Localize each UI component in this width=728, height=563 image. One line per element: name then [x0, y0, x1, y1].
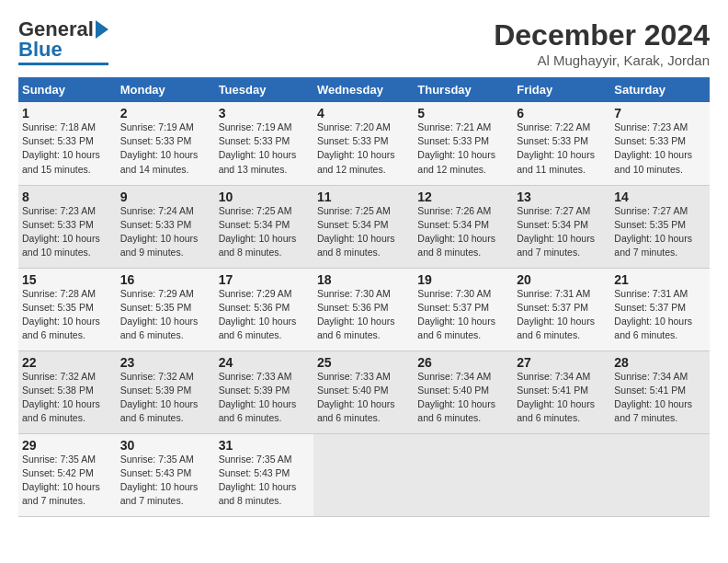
calendar-cell: 12Sunrise: 7:26 AM Sunset: 5:34 PM Dayli…	[414, 185, 513, 268]
location: Al Mughayyir, Karak, Jordan	[494, 52, 710, 68]
calendar-cell: 21Sunrise: 7:31 AM Sunset: 5:37 PM Dayli…	[610, 268, 710, 350]
day-number: 30	[120, 438, 211, 453]
calendar-cell: 28Sunrise: 7:34 AM Sunset: 5:41 PM Dayli…	[610, 350, 710, 433]
calendar-cell: 2Sunrise: 7:19 AM Sunset: 5:33 PM Daylig…	[117, 102, 215, 185]
day-number: 11	[317, 190, 410, 204]
day-info: Sunrise: 7:32 AM Sunset: 5:39 PM Dayligh…	[120, 371, 199, 424]
day-info: Sunrise: 7:19 AM Sunset: 5:33 PM Dayligh…	[219, 121, 297, 175]
day-number: 16	[120, 272, 211, 287]
calendar-cell: 18Sunrise: 7:30 AM Sunset: 5:36 PM Dayli…	[313, 268, 414, 350]
day-info: Sunrise: 7:23 AM Sunset: 5:33 PM Dayligh…	[22, 205, 100, 259]
calendar-cell: 4Sunrise: 7:20 AM Sunset: 5:33 PM Daylig…	[313, 102, 414, 185]
header-day-tuesday: Tuesday	[215, 77, 313, 102]
header-row: SundayMondayTuesdayWednesdayThursdayFrid…	[18, 77, 710, 102]
day-info: Sunrise: 7:33 AM Sunset: 5:39 PM Dayligh…	[219, 371, 297, 424]
calendar-cell: 15Sunrise: 7:28 AM Sunset: 5:35 PM Dayli…	[18, 268, 117, 350]
day-number: 21	[614, 272, 706, 287]
calendar-cell: 9Sunrise: 7:24 AM Sunset: 5:33 PM Daylig…	[117, 185, 215, 268]
header-day-monday: Monday	[117, 77, 215, 102]
day-number: 7	[614, 106, 706, 121]
calendar-table: SundayMondayTuesdayWednesdayThursdayFrid…	[18, 77, 710, 517]
day-info: Sunrise: 7:26 AM Sunset: 5:34 PM Dayligh…	[417, 205, 495, 259]
day-number: 15	[22, 272, 113, 287]
day-number: 28	[614, 355, 706, 370]
day-info: Sunrise: 7:30 AM Sunset: 5:36 PM Dayligh…	[317, 288, 395, 341]
calendar-cell	[610, 433, 710, 516]
day-info: Sunrise: 7:29 AM Sunset: 5:35 PM Dayligh…	[120, 288, 199, 341]
day-number: 6	[517, 106, 607, 121]
day-info: Sunrise: 7:28 AM Sunset: 5:35 PM Dayligh…	[22, 288, 100, 341]
calendar-cell: 1Sunrise: 7:18 AM Sunset: 5:33 PM Daylig…	[18, 102, 117, 185]
calendar-cell: 16Sunrise: 7:29 AM Sunset: 5:35 PM Dayli…	[117, 268, 215, 350]
day-number: 29	[22, 438, 113, 453]
day-info: Sunrise: 7:32 AM Sunset: 5:38 PM Dayligh…	[22, 371, 100, 424]
day-info: Sunrise: 7:27 AM Sunset: 5:34 PM Dayligh…	[517, 205, 595, 259]
week-row-3: 15Sunrise: 7:28 AM Sunset: 5:35 PM Dayli…	[18, 268, 710, 350]
day-info: Sunrise: 7:19 AM Sunset: 5:33 PM Dayligh…	[120, 121, 199, 175]
header-day-wednesday: Wednesday	[313, 77, 414, 102]
day-number: 20	[517, 272, 607, 287]
day-number: 18	[317, 272, 410, 287]
calendar-cell: 31Sunrise: 7:35 AM Sunset: 5:43 PM Dayli…	[215, 433, 313, 516]
day-info: Sunrise: 7:30 AM Sunset: 5:37 PM Dayligh…	[417, 288, 495, 341]
calendar-cell: 25Sunrise: 7:33 AM Sunset: 5:40 PM Dayli…	[313, 350, 414, 433]
day-info: Sunrise: 7:23 AM Sunset: 5:33 PM Dayligh…	[614, 121, 692, 175]
day-number: 31	[219, 438, 310, 453]
calendar-cell: 7Sunrise: 7:23 AM Sunset: 5:33 PM Daylig…	[610, 102, 710, 185]
calendar-cell: 22Sunrise: 7:32 AM Sunset: 5:38 PM Dayli…	[18, 350, 117, 433]
week-row-1: 1Sunrise: 7:18 AM Sunset: 5:33 PM Daylig…	[18, 102, 710, 185]
day-number: 14	[614, 190, 706, 204]
logo-underline	[18, 63, 108, 65]
day-info: Sunrise: 7:34 AM Sunset: 5:41 PM Dayligh…	[517, 371, 595, 424]
day-number: 3	[219, 106, 310, 121]
calendar-cell: 8Sunrise: 7:23 AM Sunset: 5:33 PM Daylig…	[18, 185, 117, 268]
day-info: Sunrise: 7:21 AM Sunset: 5:33 PM Dayligh…	[417, 121, 495, 175]
calendar-cell: 19Sunrise: 7:30 AM Sunset: 5:37 PM Dayli…	[414, 268, 513, 350]
day-info: Sunrise: 7:29 AM Sunset: 5:36 PM Dayligh…	[219, 288, 297, 341]
calendar-cell: 14Sunrise: 7:27 AM Sunset: 5:35 PM Dayli…	[610, 185, 710, 268]
day-info: Sunrise: 7:27 AM Sunset: 5:35 PM Dayligh…	[614, 205, 692, 259]
day-info: Sunrise: 7:31 AM Sunset: 5:37 PM Dayligh…	[517, 288, 595, 341]
day-number: 23	[120, 355, 211, 370]
calendar-cell: 23Sunrise: 7:32 AM Sunset: 5:39 PM Dayli…	[117, 350, 215, 433]
calendar-cell: 27Sunrise: 7:34 AM Sunset: 5:41 PM Dayli…	[513, 350, 610, 433]
week-row-5: 29Sunrise: 7:35 AM Sunset: 5:42 PM Dayli…	[18, 433, 710, 516]
day-info: Sunrise: 7:35 AM Sunset: 5:43 PM Dayligh…	[219, 454, 297, 507]
header-day-saturday: Saturday	[610, 77, 710, 102]
day-number: 17	[219, 272, 310, 287]
day-number: 1	[22, 106, 113, 121]
day-number: 13	[517, 190, 607, 204]
calendar-cell	[513, 433, 610, 516]
day-info: Sunrise: 7:35 AM Sunset: 5:43 PM Dayligh…	[120, 454, 199, 507]
calendar-cell: 30Sunrise: 7:35 AM Sunset: 5:43 PM Dayli…	[117, 433, 215, 516]
week-row-4: 22Sunrise: 7:32 AM Sunset: 5:38 PM Dayli…	[18, 350, 710, 433]
day-info: Sunrise: 7:34 AM Sunset: 5:41 PM Dayligh…	[614, 371, 692, 424]
day-info: Sunrise: 7:20 AM Sunset: 5:33 PM Dayligh…	[317, 121, 395, 175]
page-header: General Blue December 2024 Al Mughayyir,…	[18, 18, 710, 68]
header-day-friday: Friday	[513, 77, 610, 102]
month-title: December 2024	[494, 18, 710, 52]
header-day-sunday: Sunday	[18, 77, 117, 102]
header-day-thursday: Thursday	[414, 77, 513, 102]
day-info: Sunrise: 7:25 AM Sunset: 5:34 PM Dayligh…	[317, 205, 395, 259]
day-number: 27	[517, 355, 607, 370]
day-info: Sunrise: 7:18 AM Sunset: 5:33 PM Dayligh…	[22, 121, 100, 175]
day-number: 12	[417, 190, 509, 204]
day-info: Sunrise: 7:33 AM Sunset: 5:40 PM Dayligh…	[317, 371, 395, 424]
calendar-cell: 6Sunrise: 7:22 AM Sunset: 5:33 PM Daylig…	[513, 102, 610, 185]
day-number: 9	[120, 190, 211, 204]
day-info: Sunrise: 7:35 AM Sunset: 5:42 PM Dayligh…	[22, 454, 100, 507]
calendar-cell: 3Sunrise: 7:19 AM Sunset: 5:33 PM Daylig…	[215, 102, 313, 185]
day-number: 25	[317, 355, 410, 370]
day-number: 5	[417, 106, 509, 121]
calendar-cell: 24Sunrise: 7:33 AM Sunset: 5:39 PM Dayli…	[215, 350, 313, 433]
logo-blue: Blue	[18, 39, 63, 61]
day-info: Sunrise: 7:34 AM Sunset: 5:40 PM Dayligh…	[417, 371, 495, 424]
logo-arrow-icon	[96, 20, 108, 39]
day-number: 2	[120, 106, 211, 121]
calendar-cell: 10Sunrise: 7:25 AM Sunset: 5:34 PM Dayli…	[215, 185, 313, 268]
week-row-2: 8Sunrise: 7:23 AM Sunset: 5:33 PM Daylig…	[18, 185, 710, 268]
day-number: 8	[22, 190, 113, 204]
calendar-cell: 17Sunrise: 7:29 AM Sunset: 5:36 PM Dayli…	[215, 268, 313, 350]
calendar-cell: 11Sunrise: 7:25 AM Sunset: 5:34 PM Dayli…	[313, 185, 414, 268]
